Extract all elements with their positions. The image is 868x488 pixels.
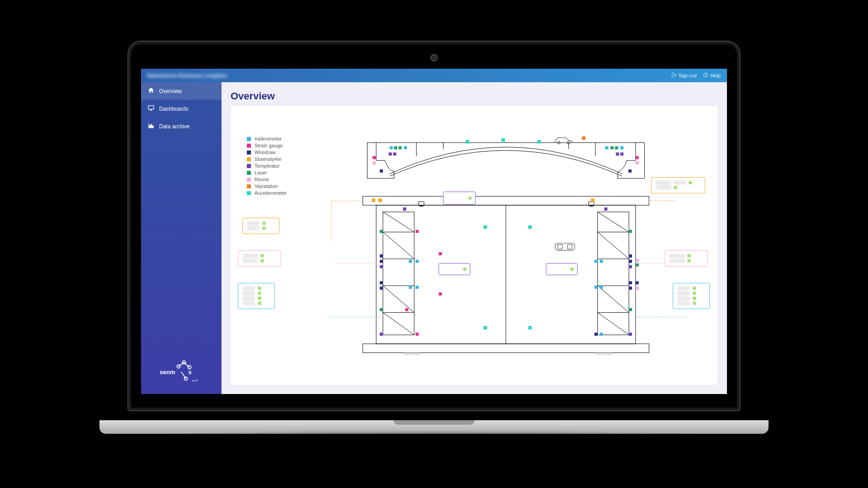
svg-rect-61 [598, 212, 629, 335]
infobox-inkl-right[interactable]: XXXX XXXX XXXX XXXX [673, 283, 710, 309]
svg-rect-32 [399, 146, 402, 150]
svg-rect-31 [394, 146, 397, 150]
svg-rect-79 [484, 225, 487, 229]
svg-rect-30 [390, 146, 393, 150]
svg-rect-115 [636, 259, 639, 262]
svg-rect-88 [380, 260, 383, 263]
sidebar: Overview Dashboards Data archive [141, 82, 222, 394]
svg-rect-95 [409, 260, 412, 263]
infobox-weather[interactable]: XXXXX XXXX XXXXX [651, 177, 705, 193]
home-icon [147, 87, 155, 95]
svg-line-69 [598, 313, 629, 335]
svg-rect-98 [409, 286, 412, 289]
topbar: Københavns Kommune Langebro Sign out Hel… [141, 69, 727, 82]
sidebar-item-overview[interactable]: Overview [141, 82, 222, 100]
svg-text:s: s [189, 369, 192, 375]
legend-item: Laser [247, 170, 287, 175]
svg-rect-44 [620, 152, 623, 155]
svg-point-2 [706, 74, 706, 74]
legend-item: Temperatur [247, 163, 287, 169]
svg-rect-116 [636, 263, 639, 267]
infobox-crack-right[interactable]: XXXXX XXXXX [665, 250, 708, 267]
svg-line-13 [179, 362, 184, 366]
legend-item: Accelerometer [247, 190, 287, 196]
infobox-inkl-left[interactable]: XXXX XXXX XXXX XXXX [238, 283, 275, 309]
svg-rect-103 [629, 230, 632, 233]
svg-rect-78 [604, 207, 608, 211]
legend-item: Wiredraw [247, 150, 287, 155]
svg-rect-71 [420, 206, 423, 206]
svg-rect-3 [148, 106, 154, 109]
svg-rect-97 [439, 252, 442, 255]
svg-rect-87 [380, 254, 383, 258]
svg-point-124 [570, 267, 574, 271]
legend-item: Inklinometer [247, 136, 287, 141]
svg-line-66 [598, 212, 629, 232]
svg-point-126 [468, 196, 472, 200]
svg-rect-110 [629, 333, 632, 336]
sidebar-item-dashboards[interactable]: Dashboards [141, 100, 222, 117]
svg-rect-6 [150, 125, 151, 127]
svg-rect-118 [636, 286, 639, 290]
svg-line-68 [598, 286, 629, 312]
svg-rect-94 [415, 230, 419, 233]
svg-rect-36 [373, 156, 376, 159]
sign-out-button[interactable]: Sign out [671, 72, 697, 79]
svg-text:xxxxxxx: xxxxxxx [595, 351, 613, 356]
svg-rect-109 [629, 308, 632, 311]
svg-rect-99 [415, 286, 419, 289]
overview-panel: Inklinometer Strain gauge Wiredraw Strøm… [231, 106, 718, 385]
svg-rect-73 [590, 206, 593, 206]
svg-rect-39 [605, 146, 609, 150]
svg-rect-90 [380, 281, 383, 284]
svg-line-60 [383, 313, 414, 335]
monitor-icon [147, 104, 155, 113]
svg-line-59 [383, 286, 414, 312]
svg-rect-43 [616, 152, 619, 155]
svg-rect-101 [405, 308, 408, 311]
svg-rect-46 [636, 161, 639, 164]
legend: Inklinometer Strain gauge Wiredraw Strøm… [247, 135, 287, 197]
svg-line-14 [184, 362, 189, 367]
legend-item: Strømstyrke [247, 156, 287, 162]
svg-rect-96 [415, 260, 419, 263]
svg-rect-119 [594, 333, 598, 336]
svg-rect-29 [537, 140, 541, 144]
help-button[interactable]: Help [703, 72, 721, 79]
infobox-current[interactable]: XXXX XXXX [242, 218, 279, 234]
svg-rect-81 [484, 326, 487, 329]
svg-rect-26 [582, 136, 585, 140]
svg-rect-7 [151, 124, 152, 127]
svg-rect-35 [393, 152, 396, 155]
page-title: Overview [231, 90, 727, 102]
svg-rect-42 [620, 146, 623, 150]
svg-rect-105 [629, 260, 632, 263]
svg-rect-27 [466, 140, 469, 144]
sidebar-item-label: Data archive [159, 123, 189, 130]
infobox-crack-left[interactable]: XXXXX XXXXX [238, 250, 281, 267]
svg-rect-91 [380, 286, 383, 290]
svg-rect-120 [600, 333, 603, 336]
svg-rect-112 [600, 260, 603, 263]
project-title: Københavns Kommune Langebro [147, 73, 227, 78]
legend-item: Strain gauge [247, 143, 287, 148]
sidebar-item-label: Dashboards [159, 106, 189, 112]
svg-rect-92 [380, 308, 383, 311]
svg-rect-77 [403, 207, 406, 211]
svg-rect-74 [372, 198, 375, 202]
svg-rect-85 [568, 244, 572, 249]
sidebar-item-data-archive[interactable]: Data archive [141, 117, 222, 135]
svg-rect-48 [363, 196, 649, 205]
svg-line-58 [383, 232, 414, 259]
svg-rect-34 [389, 152, 392, 155]
svg-rect-100 [439, 292, 442, 296]
svg-rect-8 [152, 126, 153, 128]
svg-rect-40 [610, 146, 613, 150]
svg-rect-114 [600, 286, 603, 289]
brand-logo: senm s by KI [141, 349, 222, 394]
svg-rect-93 [380, 333, 383, 336]
info-icon [703, 72, 708, 79]
sidebar-item-label: Overview [159, 88, 182, 94]
svg-text:xxxxxxx: xxxxxxx [403, 351, 420, 356]
svg-rect-107 [629, 281, 632, 284]
